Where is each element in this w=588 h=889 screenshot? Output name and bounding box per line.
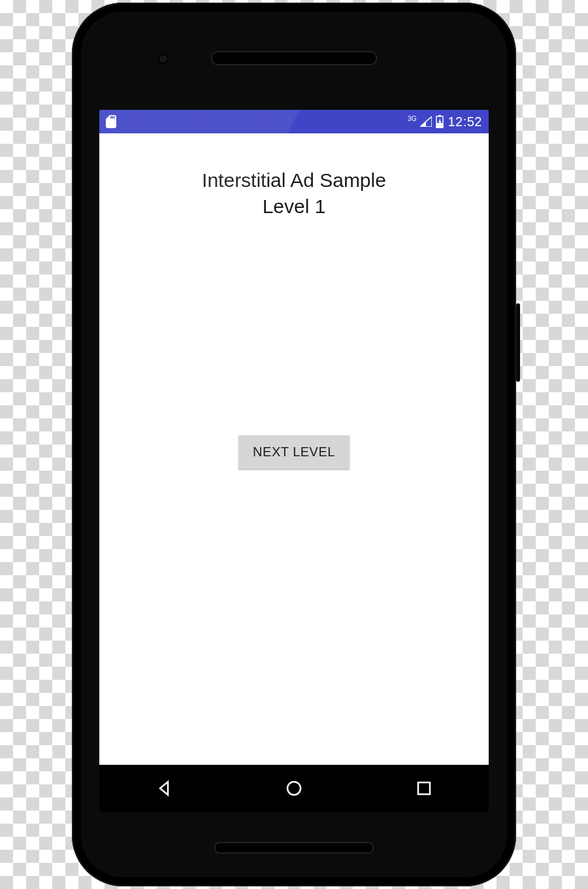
title-block: Interstitial Ad Sample Level 1	[202, 167, 386, 220]
checkerboard-background: 3G	[0, 0, 588, 889]
phone-frame: 3G	[72, 3, 516, 886]
network-type-label: 3G	[408, 116, 416, 122]
status-bar-left	[106, 115, 116, 128]
front-camera	[159, 55, 167, 63]
android-nav-bar	[99, 765, 489, 812]
nav-back-button[interactable]	[151, 775, 177, 801]
bottom-speaker-slit	[214, 842, 374, 854]
svg-rect-1	[112, 116, 113, 119]
svg-point-6	[287, 782, 301, 795]
sd-card-icon	[106, 115, 116, 128]
svg-rect-2	[114, 116, 115, 119]
phone-inner-bezel: 3G	[81, 12, 507, 877]
app-title-line2: Level 1	[202, 193, 386, 220]
nav-recent-button[interactable]	[411, 775, 437, 801]
next-level-button[interactable]: NEXT LEVEL	[238, 435, 350, 469]
status-bar-clock: 12:52	[448, 114, 482, 129]
app-title-line1: Interstitial Ad Sample	[202, 167, 386, 193]
nav-home-button[interactable]	[281, 775, 307, 801]
svg-rect-7	[418, 782, 430, 794]
svg-rect-0	[110, 116, 112, 119]
phone-screen: 3G	[99, 110, 489, 812]
app-content: Interstitial Ad Sample Level 1 NEXT LEVE…	[99, 133, 489, 765]
earpiece-slit	[211, 51, 377, 65]
phone-side-button	[516, 303, 520, 382]
status-bar-right: 3G	[408, 114, 482, 129]
status-bar: 3G	[99, 110, 489, 133]
battery-charging-icon	[436, 115, 444, 128]
signal-icon	[420, 116, 432, 127]
